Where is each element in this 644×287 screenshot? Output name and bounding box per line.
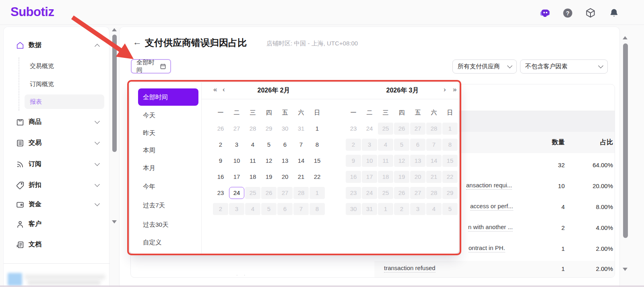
sidebar-item-客户[interactable]: 客户 [4, 218, 110, 231]
sidebar: 数据交易概览订阅概览报表商品交易订阅折扣资金客户文档 [3, 27, 109, 287]
rss-icon [16, 160, 25, 169]
sidebar-item-商品[interactable]: 商品 [4, 116, 110, 129]
chevron-down-icon [95, 161, 100, 166]
date-range-button[interactable]: 全部时间 [131, 59, 171, 74]
column-header-pct: 占比 [557, 138, 613, 147]
date-range-label: 全部时间 [136, 59, 157, 74]
provider-filter-dropdown[interactable]: 所有支付供应商 [452, 59, 517, 74]
window-bottom-edge [0, 285, 644, 287]
page-title: 支付供应商错误归因占比 [145, 37, 247, 49]
error-reason-link[interactable]: ontract in PH. [469, 244, 505, 252]
list-icon [16, 139, 25, 148]
sidebar-item-label: 商品 [29, 118, 41, 126]
chevron-down-icon [507, 63, 512, 68]
factor-filter-dropdown[interactable]: 不包含客户因素 [520, 59, 608, 74]
sidebar-subitem-交易概览[interactable]: 交易概览 [25, 60, 104, 72]
factor-filter-value: 不包含客户因素 [525, 63, 568, 70]
topbar: Subotiz ? [0, 0, 644, 25]
user-icon [16, 220, 25, 229]
user-avatar-blurred[interactable] [8, 273, 22, 286]
chevron-up-icon [95, 44, 100, 49]
pct-value: 4.00% [557, 224, 613, 231]
chevron-down-icon [95, 201, 100, 206]
home-icon [16, 41, 25, 50]
column-header-qty: 数量 [508, 138, 565, 147]
error-reason-link[interactable]: transaction refused [384, 264, 436, 273]
chevron-down-icon [95, 119, 100, 124]
app-window: Subotiz ? [0, 0, 644, 287]
sidebar-item-文档[interactable]: 文档 [4, 238, 110, 251]
qty-value: 2 [508, 224, 565, 231]
chevron-down-icon [95, 139, 100, 145]
user-info-blurred [28, 281, 100, 285]
pct-value: 64.00% [557, 162, 613, 168]
wallet-icon [16, 200, 25, 209]
qty-value: 32 [508, 162, 565, 168]
qty-value: 10 [508, 182, 565, 189]
sidebar-item-折扣[interactable]: 折扣 [4, 179, 110, 192]
help-icon[interactable]: ? [561, 7, 574, 19]
pct-value: 2.00% [557, 245, 613, 252]
error-reason-link[interactable]: n with another ... [468, 223, 513, 232]
chevron-down-icon [95, 182, 100, 187]
user-info-blurred [25, 275, 105, 279]
sidebar-subitem-订阅概览[interactable]: 订阅概览 [25, 78, 104, 90]
subnav-guide-line [19, 57, 19, 111]
svg-text:?: ? [566, 10, 570, 16]
brand-logo[interactable]: Subotiz [10, 5, 54, 19]
sidebar-item-label: 文档 [29, 240, 41, 249]
sidebar-item-订阅[interactable]: 订阅 [4, 158, 110, 171]
error-reason-link[interactable]: access or perf... [470, 203, 513, 211]
sidebar-item-交易[interactable]: 交易 [4, 137, 110, 150]
annotation-rectangle [127, 80, 461, 255]
qty-value: 1 [508, 265, 565, 272]
pie-chart-clipped: · · [236, 273, 248, 277]
sidebar-item-label: 订阅 [29, 160, 41, 168]
package-icon [16, 118, 25, 127]
doc-icon [16, 240, 25, 249]
tag-icon [16, 181, 25, 190]
pct-value: 2.00% [557, 265, 613, 272]
assistant-robot-icon[interactable] [539, 7, 551, 19]
sidebar-item-资金[interactable]: 资金 [4, 198, 110, 211]
back-arrow-icon[interactable]: ← [133, 37, 142, 47]
sidebar-footer-divider [4, 263, 110, 264]
package-cube-icon[interactable] [584, 7, 597, 19]
bell-icon[interactable] [608, 7, 620, 19]
page-subtitle: 店铺时区: 中国 - 上海, UTC+08:00 [266, 40, 358, 47]
chevron-down-icon [598, 63, 603, 68]
calendar-icon [160, 63, 166, 70]
provider-filter-value: 所有支付供应商 [458, 63, 500, 70]
qty-value: 4 [508, 203, 565, 210]
sidebar-subitem-报表[interactable]: 报表 [25, 94, 104, 109]
sidebar-item-label: 折扣 [29, 181, 41, 189]
sidebar-item-label: 数据 [29, 41, 41, 49]
sidebar-item-label: 资金 [29, 200, 41, 209]
qty-value: 1 [508, 245, 565, 252]
pct-value: 8.00% [557, 203, 613, 210]
sidebar-item-label: 交易 [29, 139, 41, 147]
sidebar-item-label: 客户 [29, 220, 41, 228]
error-reason-link[interactable]: ansaction requi... [466, 182, 512, 190]
sidebar-item-数据[interactable]: 数据 [4, 39, 110, 52]
pct-value: 20.00% [557, 182, 613, 189]
